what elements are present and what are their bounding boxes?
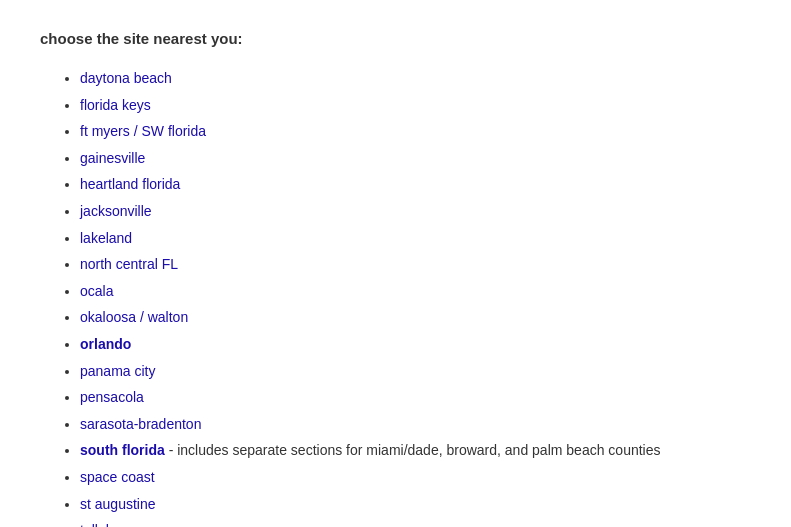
site-link-tallahassee[interactable]: tallahassee: [80, 522, 151, 527]
list-item: ft myers / SW florida: [80, 118, 751, 145]
site-link-florida-keys[interactable]: florida keys: [80, 97, 151, 113]
site-link-space-coast[interactable]: space coast: [80, 469, 155, 485]
list-item: gainesville: [80, 145, 751, 172]
list-item: daytona beach: [80, 65, 751, 92]
list-item: heartland florida: [80, 171, 751, 198]
site-link-panama-city[interactable]: panama city: [80, 363, 155, 379]
site-link-sarasota-bradenton[interactable]: sarasota-bradenton: [80, 416, 201, 432]
list-item: space coast: [80, 464, 751, 491]
site-link-daytona-beach[interactable]: daytona beach: [80, 70, 172, 86]
site-suffix-south-florida: - includes separate sections for miami/d…: [165, 442, 661, 458]
list-item: south florida - includes separate sectio…: [80, 437, 751, 464]
site-link-heartland-florida[interactable]: heartland florida: [80, 176, 180, 192]
list-item: okaloosa / walton: [80, 304, 751, 331]
site-link-ocala[interactable]: ocala: [80, 283, 113, 299]
list-item: panama city: [80, 358, 751, 385]
list-item: tallahassee: [80, 517, 751, 527]
list-item: ocala: [80, 278, 751, 305]
list-item: pensacola: [80, 384, 751, 411]
page-heading: choose the site nearest you:: [40, 30, 751, 47]
list-item: florida keys: [80, 92, 751, 119]
site-link-jacksonville[interactable]: jacksonville: [80, 203, 152, 219]
site-link-north-central-fl[interactable]: north central FL: [80, 256, 178, 272]
site-link-ft-myers[interactable]: ft myers / SW florida: [80, 123, 206, 139]
list-item: jacksonville: [80, 198, 751, 225]
site-link-gainesville[interactable]: gainesville: [80, 150, 145, 166]
site-link-pensacola[interactable]: pensacola: [80, 389, 144, 405]
list-item: north central FL: [80, 251, 751, 278]
list-item: st augustine: [80, 491, 751, 518]
site-link-south-florida[interactable]: south florida: [80, 442, 165, 458]
site-link-orlando[interactable]: orlando: [80, 336, 131, 352]
site-link-okaloosa-walton[interactable]: okaloosa / walton: [80, 309, 188, 325]
list-item: orlando: [80, 331, 751, 358]
list-item: lakeland: [80, 225, 751, 252]
list-item: sarasota-bradenton: [80, 411, 751, 438]
site-list: daytona beachflorida keysft myers / SW f…: [40, 65, 751, 527]
site-link-st-augustine[interactable]: st augustine: [80, 496, 156, 512]
site-link-lakeland[interactable]: lakeland: [80, 230, 132, 246]
